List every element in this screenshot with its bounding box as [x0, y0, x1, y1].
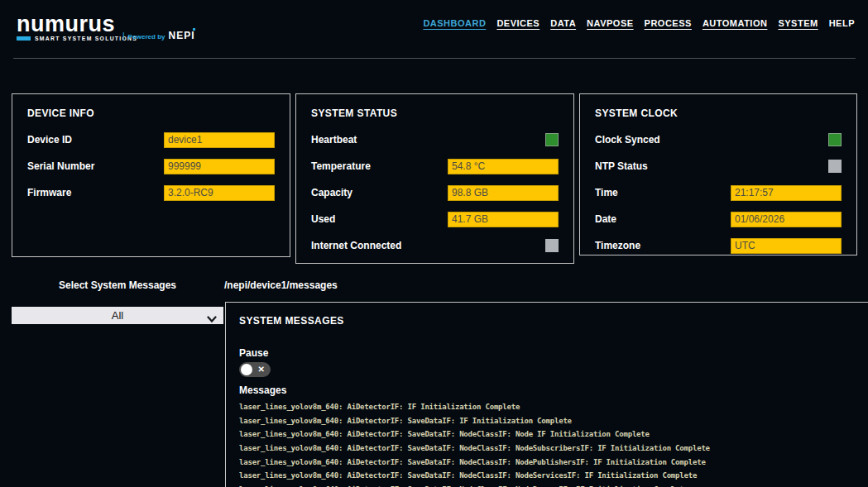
nav-devices[interactable]: DEVICES: [496, 18, 540, 28]
messages-list-label: Messages: [239, 384, 868, 396]
serial-number-row: Serial Number: [27, 158, 275, 174]
date-field[interactable]: [731, 212, 842, 227]
nepi-wordmark: NEPI: [169, 30, 195, 41]
nav-dashboard[interactable]: DASHBOARD: [423, 18, 486, 28]
time-field[interactable]: [731, 185, 842, 201]
message-line: laser_lines_yolov8m_640: AiDetectorIF: S…: [239, 470, 868, 485]
messages-filter-select[interactable]: All: [12, 307, 223, 324]
system-clock-panel: SYSTEM CLOCK Clock Synced NTP Status Tim…: [579, 93, 857, 255]
numurus-logo: numurus SMART SYSTEM SOLUTIONS: [17, 13, 137, 41]
capacity-field[interactable]: [448, 185, 559, 201]
timezone-label: Timezone: [595, 240, 640, 251]
internet-connected-status-indicator: [545, 239, 559, 252]
used-label: Used: [311, 213, 335, 225]
message-line: laser_lines_yolov8m_640: AiDetectorIF: S…: [239, 416, 868, 430]
device-info-title: DEVICE INFO: [27, 107, 275, 119]
timezone-field[interactable]: [731, 238, 842, 254]
toggle-knob: [241, 364, 252, 375]
message-line: laser_lines_yolov8m_640: AiDetectorIF: S…: [239, 443, 868, 457]
heartbeat-label: Heartbeat: [311, 134, 357, 146]
ntp-status-label: NTP Status: [595, 160, 648, 172]
system-status-panel: SYSTEM STATUS Heartbeat Temperature Capa…: [295, 93, 574, 264]
message-line: laser_lines_yolov8m_640: AiDetectorIF: S…: [239, 429, 868, 443]
firmware-field[interactable]: [164, 185, 275, 201]
time-label: Time: [595, 187, 618, 198]
logo-tagline-row: SMART SYSTEM SOLUTIONS: [17, 36, 137, 41]
device-id-row: Device ID: [27, 131, 275, 148]
pause-toggle[interactable]: ✕: [239, 362, 271, 377]
nav-process[interactable]: PROCESS: [645, 18, 692, 28]
clock-synced-status-indicator: [828, 133, 842, 146]
message-line: laser_lines_yolov8m_640: AiDetectorIF: S…: [239, 457, 868, 471]
system-clock-title: SYSTEM CLOCK: [595, 107, 842, 119]
internet-connected-row: Internet Connected: [311, 237, 559, 254]
header-divider: [13, 58, 856, 59]
device-id-field[interactable]: [164, 132, 275, 148]
nav-data[interactable]: DATA: [550, 18, 576, 28]
time-row: Time: [595, 184, 842, 201]
used-field[interactable]: [448, 212, 559, 227]
clock-synced-label: Clock Synced: [595, 134, 660, 146]
firmware-label: Firmware: [27, 187, 71, 198]
device-info-panel: DEVICE INFO Device ID Serial Number Firm…: [12, 93, 290, 257]
device-id-label: Device ID: [27, 134, 72, 146]
system-status-title: SYSTEM STATUS: [311, 107, 559, 119]
serial-number-field[interactable]: [164, 159, 275, 174]
toggle-off-x-icon: ✕: [258, 364, 265, 375]
temperature-row: Temperature: [311, 158, 559, 174]
select-system-messages-label: Select System Messages: [12, 279, 223, 291]
nav-system[interactable]: SYSTEM: [778, 18, 818, 28]
heartbeat-status-indicator: [545, 133, 559, 146]
logo-wordmark: numurus: [17, 13, 137, 35]
system-messages-title: SYSTEM MESSAGES: [239, 315, 868, 327]
timezone-row: Timezone: [595, 237, 842, 254]
used-row: Used: [311, 211, 559, 227]
powered-by-label: Powered by: [128, 33, 165, 41]
date-label: Date: [595, 213, 616, 225]
main-nav: DASHBOARD DEVICES DATA NAVPOSE PROCESS A…: [423, 18, 855, 28]
nav-navpose[interactable]: NAVPOSE: [587, 18, 633, 28]
clock-synced-row: Clock Synced: [595, 131, 842, 148]
messages-list: laser_lines_yolov8m_640: AiDetectorIF: I…: [239, 402, 868, 487]
capacity-label: Capacity: [311, 187, 352, 198]
capacity-row: Capacity: [311, 184, 559, 201]
system-messages-panel: SYSTEM MESSAGES Pause ✕ Messages laser_l…: [225, 302, 868, 487]
ntp-status-indicator: [828, 160, 842, 173]
internet-connected-label: Internet Connected: [311, 240, 401, 251]
temperature-label: Temperature: [311, 160, 371, 172]
temperature-field[interactable]: [448, 159, 559, 174]
logo-cyan-bar-icon: [17, 36, 31, 41]
messages-topic-path: /nepi/device1/messages: [224, 279, 338, 291]
chevron-down-icon: [207, 312, 217, 327]
powered-by-nepi: | Powered by NEPI: [122, 30, 195, 41]
nav-automation[interactable]: AUTOMATION: [703, 18, 768, 28]
pause-label: Pause: [239, 347, 868, 359]
serial-number-label: Serial Number: [27, 160, 94, 172]
firmware-row: Firmware: [27, 184, 275, 201]
message-line: laser_lines_yolov8m_640: AiDetectorIF: I…: [239, 402, 868, 416]
powered-pipe: |: [122, 31, 125, 41]
heartbeat-row: Heartbeat: [311, 131, 559, 148]
messages-filter-selected-value: All: [112, 309, 123, 322]
nav-help[interactable]: HELP: [829, 18, 855, 28]
ntp-status-row: NTP Status: [595, 158, 842, 174]
date-row: Date: [595, 211, 842, 227]
